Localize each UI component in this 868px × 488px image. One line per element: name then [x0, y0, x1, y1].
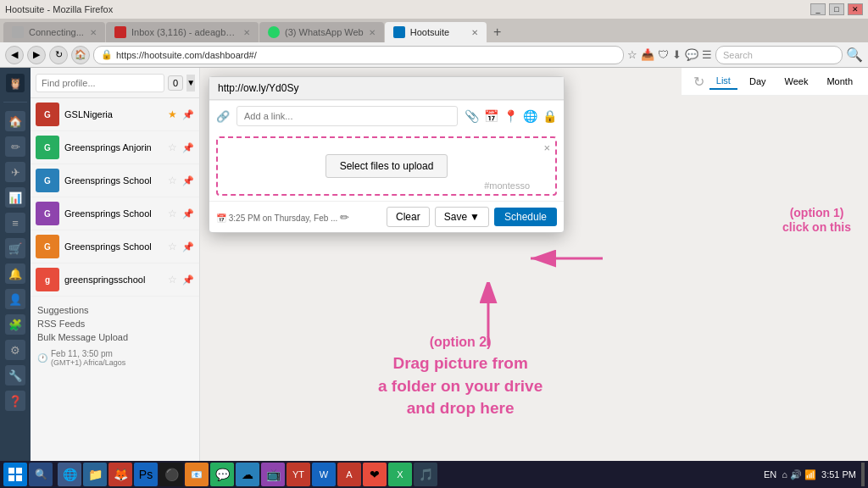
sidebar-apps-icon[interactable]: 🧩 — [5, 314, 25, 335]
suggestions-link[interactable]: Suggestions — [37, 303, 192, 317]
taskbar-app4[interactable]: ☁ — [236, 463, 259, 486]
globe-icon[interactable]: 🌐 — [523, 109, 537, 123]
home-button[interactable]: 🏠 — [71, 46, 90, 64]
sidebar-home-nav[interactable]: 🏠 — [5, 111, 25, 131]
star-icon[interactable]: ★ — [168, 108, 177, 120]
maximize-button[interactable]: □ — [829, 3, 844, 15]
bulk-upload-link[interactable]: Bulk Message Upload — [37, 330, 192, 344]
search-icon[interactable]: 🔍 — [846, 47, 863, 63]
taskbar-excel[interactable]: X — [388, 463, 412, 486]
menu-icon[interactable]: ☰ — [702, 48, 712, 61]
tab-connecting[interactable]: Connecting... ✕ — [3, 22, 105, 42]
select-files-button[interactable]: Select files to upload — [326, 154, 448, 178]
list-item[interactable]: G Greensprings School ☆ 📌 — [31, 230, 199, 263]
list-item[interactable]: G Greensprings Anjorin ☆ 📌 — [31, 131, 199, 164]
month-view-button[interactable]: Month — [820, 74, 860, 89]
shield-icon[interactable]: 🛡 — [658, 48, 669, 61]
tab-close-icon[interactable]: ✕ — [90, 28, 97, 37]
star-icon[interactable]: ☆ — [168, 274, 177, 286]
list-view-button[interactable]: List — [709, 73, 737, 90]
taskbar-word[interactable]: W — [312, 463, 336, 486]
taskbar-show-desktop[interactable] — [861, 463, 865, 486]
tab-whatsapp[interactable]: (3) WhatsApp Web ✕ — [259, 22, 384, 42]
sidebar-streams-icon[interactable]: ≡ — [5, 213, 25, 233]
pin-icon[interactable]: 📌 — [182, 109, 194, 120]
schedule-button[interactable]: Schedule — [494, 208, 557, 226]
pin-icon[interactable]: 📌 — [182, 241, 194, 252]
location-icon[interactable]: 📍 — [504, 109, 518, 123]
close-button[interactable]: ✕ — [848, 3, 863, 15]
upload-close-button[interactable]: × — [543, 141, 550, 154]
sidebar-notifications-icon[interactable]: 🔔 — [5, 263, 25, 284]
compose-url-input[interactable] — [218, 82, 555, 94]
taskbar-app8[interactable]: 🎵 — [414, 463, 437, 486]
tab-close-icon[interactable]: ✕ — [471, 28, 478, 37]
add-link-input[interactable] — [236, 106, 458, 126]
download-icon[interactable]: ⬇ — [672, 48, 682, 61]
title-bar-controls[interactable]: _ □ ✕ — [810, 3, 863, 15]
profile-search-input[interactable] — [36, 74, 164, 92]
rss-feeds-link[interactable]: RSS Feeds — [37, 317, 192, 330]
tab-close-icon[interactable]: ✕ — [369, 28, 376, 37]
search-taskbar-icon[interactable]: 🔍 — [29, 463, 53, 486]
pin-icon[interactable]: 📌 — [182, 274, 194, 286]
sidebar-send-icon[interactable]: ✈ — [5, 162, 25, 182]
lock-icon[interactable]: 🔒 — [542, 109, 557, 123]
list-item[interactable]: G GSLNigeria ★ 📌 — [31, 98, 199, 131]
week-view-button[interactable]: Week — [778, 74, 815, 89]
taskbar-firefox[interactable]: 🦊 — [108, 463, 132, 486]
sidebar-analytics-icon[interactable]: 📊 — [5, 187, 25, 208]
new-tab-button[interactable]: + — [487, 22, 508, 42]
share-icon[interactable]: 💬 — [685, 48, 698, 61]
bookmark-icon[interactable]: ☆ — [627, 48, 637, 61]
day-view-button[interactable]: Day — [743, 74, 773, 89]
attachment-icon[interactable]: 📎 — [465, 109, 479, 123]
tab-hootsuite[interactable]: Hootsuite ✕ — [385, 22, 487, 42]
back-button[interactable]: ◀ — [5, 46, 24, 64]
taskbar-ps[interactable]: Ps — [134, 463, 158, 486]
minimize-button[interactable]: _ — [810, 3, 826, 15]
sidebar-tools-icon[interactable]: 🔧 — [5, 365, 25, 385]
tab-gmail[interactable]: Inbox (3,116) - adeagboob... ✕ — [106, 22, 259, 42]
list-item[interactable]: g greenspringsschool ☆ 📌 — [31, 263, 199, 297]
taskbar-app7[interactable]: ❤ — [363, 463, 387, 486]
star-icon[interactable]: ☆ — [168, 241, 177, 252]
profile-dropdown-button[interactable]: ▼ — [186, 75, 195, 92]
taskbar-files[interactable]: 📁 — [83, 463, 107, 486]
taskbar-app5[interactable]: 📺 — [261, 463, 285, 486]
taskbar-app2[interactable]: 📧 — [185, 463, 209, 486]
forward-button[interactable]: ▶ — [27, 46, 46, 64]
taskbar-pdf[interactable]: A — [337, 463, 361, 486]
sidebar-campaigns-icon[interactable]: 🛒 — [5, 238, 25, 258]
pin-icon[interactable]: 📌 — [182, 208, 194, 219]
taskbar-ie[interactable]: 🌐 — [58, 463, 81, 486]
sidebar-home-icon[interactable]: 🦉 — [5, 73, 25, 93]
calendar-icon[interactable]: 📅 — [484, 109, 498, 123]
search-bar[interactable]: Search — [715, 46, 843, 64]
taskbar-app6[interactable]: YT — [287, 463, 310, 486]
pin-icon[interactable]: 📌 — [182, 175, 194, 186]
save-dropdown-icon[interactable]: ▼ — [470, 211, 480, 223]
refresh-icon[interactable]: ↻ — [693, 74, 704, 90]
start-button[interactable] — [3, 463, 27, 486]
save-button[interactable]: Save ▼ — [435, 207, 489, 227]
url-bar[interactable]: 🔒 https://hootsuite.com/dashboard#/ — [93, 46, 624, 64]
star-icon[interactable]: ☆ — [168, 141, 177, 153]
list-item[interactable]: G Greensprings School ☆ 📌 — [31, 197, 199, 230]
tab-close-icon[interactable]: ✕ — [243, 28, 250, 37]
pocket-icon[interactable]: 📥 — [641, 48, 654, 61]
star-icon[interactable]: ☆ — [168, 208, 177, 219]
sidebar-settings-icon[interactable]: ⚙ — [5, 340, 25, 360]
reload-button[interactable]: ↻ — [49, 46, 68, 64]
list-item[interactable]: G Greensprings School ☆ 📌 — [31, 164, 199, 197]
upload-area[interactable]: × Select files to upload #montesso — [216, 136, 557, 196]
star-icon[interactable]: ☆ — [168, 175, 177, 186]
schedule-edit-icon[interactable]: ✏ — [340, 211, 349, 224]
sidebar-audience-icon[interactable]: 👤 — [5, 289, 25, 309]
sidebar-compose-icon[interactable]: ✏ — [5, 136, 25, 157]
clear-button[interactable]: Clear — [387, 207, 430, 227]
sidebar-help-icon[interactable]: ❓ — [5, 391, 25, 411]
taskbar-app1[interactable]: ⚫ — [159, 463, 183, 486]
pin-icon[interactable]: 📌 — [182, 142, 194, 153]
taskbar-app3[interactable]: 💬 — [210, 463, 234, 486]
